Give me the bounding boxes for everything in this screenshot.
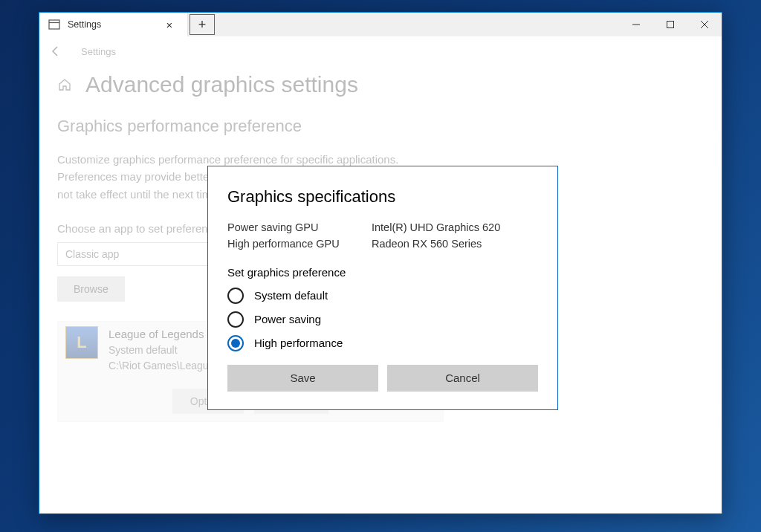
cancel-button[interactable]: Cancel xyxy=(387,365,538,392)
maximize-button[interactable] xyxy=(653,13,687,36)
settings-app-icon xyxy=(48,19,60,30)
radio-power-saving[interactable]: Power saving xyxy=(227,311,538,328)
dialog-actions: Save Cancel xyxy=(227,365,538,392)
tab-settings[interactable]: Settings × xyxy=(39,13,188,36)
spec-row-power: Power saving GPU Intel(R) UHD Graphics 6… xyxy=(227,220,538,236)
set-preference-heading: Set graphics preference xyxy=(227,266,538,279)
radio-icon xyxy=(227,288,244,304)
svg-rect-3 xyxy=(667,22,674,28)
close-button[interactable] xyxy=(687,13,722,36)
power-gpu-label: Power saving GPU xyxy=(227,220,364,236)
radio-icon xyxy=(227,311,244,328)
new-tab-button[interactable]: + xyxy=(190,14,215,35)
graphics-spec-dialog: Graphics specifications Power saving GPU… xyxy=(207,166,558,410)
radio-label: High performance xyxy=(254,337,343,349)
dialog-title: Graphics specifications xyxy=(227,187,538,207)
svg-rect-0 xyxy=(49,20,59,29)
spec-row-high: High performance GPU Radeon RX 560 Serie… xyxy=(227,236,538,253)
power-gpu-value: Intel(R) UHD Graphics 620 xyxy=(372,220,538,236)
tab-label: Settings xyxy=(68,19,153,30)
title-bar: Settings × + xyxy=(39,13,722,36)
radio-icon-selected xyxy=(227,335,244,351)
plus-icon: + xyxy=(198,18,207,31)
radio-high-performance[interactable]: High performance xyxy=(227,335,538,351)
save-button[interactable]: Save xyxy=(227,365,378,392)
high-gpu-label: High performance GPU xyxy=(227,236,364,253)
radio-system-default[interactable]: System default xyxy=(227,288,538,304)
tab-close-button[interactable]: × xyxy=(161,19,178,31)
window-controls xyxy=(619,13,722,36)
minimize-button[interactable] xyxy=(619,13,653,36)
high-gpu-value: Radeon RX 560 Series xyxy=(372,236,538,253)
radio-label: Power saving xyxy=(254,313,321,325)
radio-label: System default xyxy=(254,289,328,302)
settings-window: Settings × + Settings Advanced g xyxy=(39,12,722,514)
